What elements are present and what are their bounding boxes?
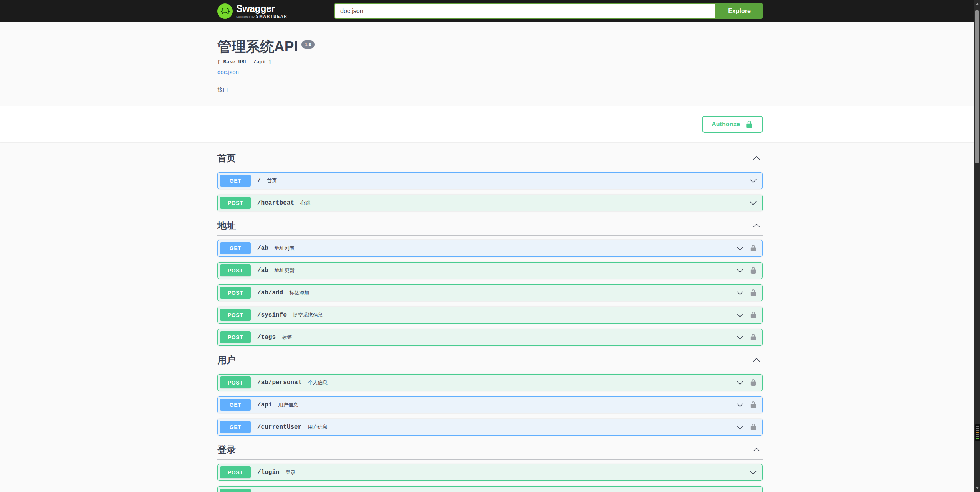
spec-link[interactable]: doc.json xyxy=(217,69,239,75)
unlock-icon[interactable] xyxy=(750,400,757,409)
http-method-badge: GET xyxy=(220,399,251,411)
endpoint-row[interactable]: GET /ab 地址列表 xyxy=(217,240,763,257)
http-method-badge: POST xyxy=(220,376,251,388)
chevron-up-icon[interactable] xyxy=(753,154,760,162)
endpoint-path: /ab xyxy=(257,245,268,252)
scheme-container: Authorize xyxy=(0,106,980,142)
tag-header[interactable]: 首页 xyxy=(217,149,763,168)
endpoint-list: GET / 首页 POST /heartbeat 心跳 xyxy=(217,172,763,211)
endpoint-summary: 提交系统信息 xyxy=(293,312,323,319)
api-sections: 首页 GET / 首页 POST /heartbeat 心跳 xyxy=(217,142,763,492)
unlock-icon[interactable] xyxy=(750,378,757,387)
http-method-badge: POST xyxy=(220,466,251,478)
endpoint-row[interactable]: POST /tags 标签 xyxy=(217,329,763,346)
endpoint-summary: 登录 xyxy=(286,469,296,476)
chevron-down-icon[interactable] xyxy=(736,267,744,274)
chevron-down-icon[interactable] xyxy=(736,334,744,341)
endpoint-list: GET /ab 地址列表 POST /ab 地址更新 POST /ab/add … xyxy=(217,240,763,346)
endpoint-row[interactable]: POST /sysinfo 提交系统信息 xyxy=(217,307,763,324)
http-method-badge: GET xyxy=(220,242,251,254)
chevron-down-icon[interactable] xyxy=(736,289,744,297)
http-method-badge: POST xyxy=(220,197,251,209)
endpoint-summary: 首页 xyxy=(267,177,277,184)
api-tag-section: 首页 GET / 首页 POST /heartbeat 心跳 xyxy=(217,149,763,211)
http-method-badge: POST xyxy=(220,287,251,299)
chevron-down-icon[interactable] xyxy=(736,423,744,431)
browser-scrollbar[interactable] xyxy=(974,0,980,492)
chevron-down-icon[interactable] xyxy=(749,469,757,476)
endpoint-row[interactable]: POST /ab/personal 个人信息 xyxy=(217,374,763,391)
endpoint-row[interactable]: POST /heartbeat 心跳 xyxy=(217,195,763,211)
chevron-up-icon[interactable] xyxy=(753,222,760,229)
base-url: [ Base URL: /api ] xyxy=(217,59,763,65)
version-badge: 1.0 xyxy=(301,40,315,49)
endpoint-path: /login xyxy=(257,469,280,476)
tag-title: 首页 xyxy=(217,153,236,163)
tag-title: 地址 xyxy=(217,221,236,231)
api-tag-section: 地址 GET /ab 地址列表 POST /ab 地址更新 xyxy=(217,217,763,346)
api-tag-section: 登录 POST /login 登录 POST /loginout 登录状态 xyxy=(217,441,763,492)
spec-url-form: Explore xyxy=(334,3,763,19)
endpoint-summary: 地址列表 xyxy=(275,245,295,252)
endpoint-summary: 个人信息 xyxy=(308,379,328,386)
endpoint-path: /sysinfo xyxy=(257,312,287,319)
chevron-down-icon[interactable] xyxy=(749,177,757,185)
endpoint-row[interactable]: POST /ab/add 标签添加 xyxy=(217,284,763,301)
endpoint-path: /ab/add xyxy=(257,289,283,296)
authorize-button[interactable]: Authorize xyxy=(702,116,763,133)
endpoint-summary: 标签 xyxy=(282,334,292,341)
unlock-icon[interactable] xyxy=(750,244,757,253)
endpoint-path: /tags xyxy=(257,334,276,341)
unlock-icon[interactable] xyxy=(750,333,757,342)
endpoint-row[interactable]: GET / 首页 xyxy=(217,172,763,189)
topbar: {…} Swagger Supported by SMARTBEAR Explo… xyxy=(0,0,980,22)
chevron-up-icon[interactable] xyxy=(753,446,760,454)
spec-url-input[interactable] xyxy=(334,3,716,19)
endpoint-path: /heartbeat xyxy=(257,200,294,206)
http-method-badge: POST xyxy=(220,264,251,276)
explore-button[interactable]: Explore xyxy=(716,3,763,19)
unlock-icon[interactable] xyxy=(750,310,757,319)
endpoint-row[interactable]: POST /loginout 登录状态 xyxy=(217,486,763,492)
swagger-logo[interactable]: {…} Swagger Supported by SMARTBEAR xyxy=(217,3,287,19)
chevron-up-icon[interactable] xyxy=(753,356,760,364)
endpoint-summary: 标签添加 xyxy=(289,289,309,296)
unlock-icon[interactable] xyxy=(750,423,757,431)
supported-by-label: Supported by xyxy=(236,15,255,18)
scroll-down-arrow-icon[interactable] xyxy=(975,487,979,489)
scroll-up-arrow-icon[interactable] xyxy=(975,3,979,5)
scrollbar-markers-widget xyxy=(975,424,980,441)
tag-header[interactable]: 用户 xyxy=(217,351,763,370)
endpoint-path: /currentUser xyxy=(257,424,301,431)
endpoint-summary: 用户信息 xyxy=(278,401,298,408)
tag-header[interactable]: 地址 xyxy=(217,217,763,236)
http-method-badge: GET xyxy=(220,421,251,433)
unlock-icon[interactable] xyxy=(750,266,757,275)
api-description: 接口 xyxy=(217,86,763,93)
chevron-down-icon[interactable] xyxy=(736,244,744,252)
endpoint-list: POST /ab/personal 个人信息 GET /api 用户信息 GET… xyxy=(217,374,763,436)
tag-title: 登录 xyxy=(217,445,236,455)
authorize-label: Authorize xyxy=(712,121,740,128)
smartbear-label: SMARTBEAR xyxy=(256,15,288,18)
endpoint-row[interactable]: POST /ab 地址更新 xyxy=(217,262,763,279)
chevron-down-icon[interactable] xyxy=(736,401,744,409)
brand-name: Swagger xyxy=(236,4,287,13)
endpoint-row[interactable]: POST /login 登录 xyxy=(217,464,763,481)
endpoint-path: / xyxy=(257,177,261,184)
endpoint-path: /api xyxy=(257,401,272,408)
endpoint-row[interactable]: GET /currentUser 用户信息 xyxy=(217,419,763,436)
http-method-badge: POST xyxy=(220,331,251,343)
chevron-down-icon[interactable] xyxy=(736,379,744,386)
unlock-icon[interactable] xyxy=(750,288,757,297)
info-section: 管理系统API 1.0 [ Base URL: /api ] doc.json … xyxy=(0,22,980,106)
endpoint-list: POST /login 登录 POST /loginout 登录状态 xyxy=(217,464,763,492)
tag-title: 用户 xyxy=(217,355,236,365)
chevron-down-icon[interactable] xyxy=(749,199,757,207)
chevron-down-icon[interactable] xyxy=(736,311,744,319)
swagger-logo-icon: {…} xyxy=(217,3,233,19)
tag-header[interactable]: 登录 xyxy=(217,441,763,460)
endpoint-row[interactable]: GET /api 用户信息 xyxy=(217,396,763,413)
scrollbar-thumb[interactable] xyxy=(975,10,979,163)
http-method-badge: POST xyxy=(220,309,251,321)
